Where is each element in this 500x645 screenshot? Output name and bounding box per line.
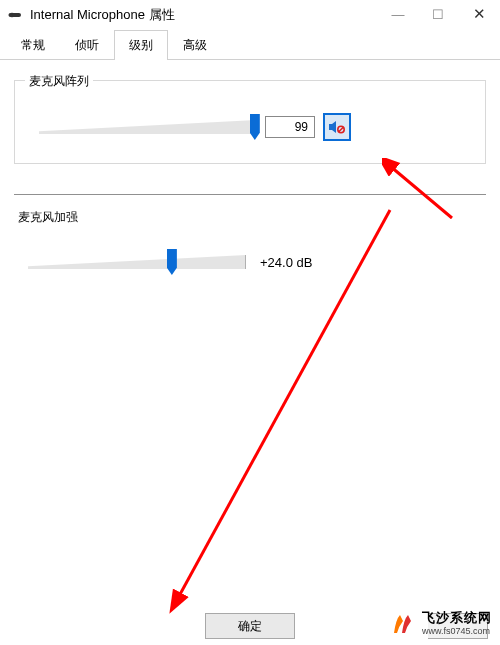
mic-array-value[interactable]: 99	[265, 116, 315, 138]
svg-line-3	[339, 127, 343, 131]
tab-levels[interactable]: 级别	[114, 30, 168, 60]
mute-button[interactable]	[323, 113, 351, 141]
mic-boost-value: +24.0 dB	[254, 255, 312, 270]
levels-panel: 麦克风阵列 99 麦克风加强	[0, 60, 500, 645]
tab-general[interactable]: 常规	[6, 30, 60, 60]
mic-array-slider-thumb[interactable]	[250, 114, 260, 140]
separator	[14, 194, 486, 195]
ok-button[interactable]: 确定	[205, 613, 295, 639]
tab-advanced[interactable]: 高级	[168, 30, 222, 60]
tab-strip: 常规 侦听 级别 高级	[0, 30, 500, 60]
speaker-muted-icon	[328, 119, 346, 135]
mic-boost-row: +24.0 dB	[14, 249, 486, 275]
mic-array-group: 麦克风阵列 99	[14, 80, 486, 164]
mic-device-icon	[8, 10, 24, 20]
mic-boost-slider-thumb[interactable]	[167, 249, 177, 275]
dialog-buttons: 确定	[0, 613, 500, 639]
tab-listen[interactable]: 侦听	[60, 30, 114, 60]
minimize-button[interactable]: —	[378, 0, 418, 28]
svg-rect-1	[12, 13, 21, 17]
maximize-button[interactable]: ☐	[418, 0, 458, 28]
mic-boost-slider[interactable]	[28, 249, 246, 275]
mic-boost-group: 麦克风加强 +24.0 dB	[14, 217, 486, 297]
mic-array-label: 麦克风阵列	[25, 73, 93, 90]
close-button[interactable]: ✕	[458, 0, 500, 28]
window-controls: — ☐ ✕	[378, 0, 500, 28]
titlebar: Internal Microphone 属性 — ☐ ✕	[0, 0, 500, 30]
window-title: Internal Microphone 属性	[30, 6, 175, 24]
mic-array-slider[interactable]	[39, 114, 257, 140]
mic-boost-label: 麦克风加强	[14, 209, 82, 226]
secondary-button-partial[interactable]	[428, 613, 488, 639]
mic-array-row: 99	[25, 113, 475, 141]
